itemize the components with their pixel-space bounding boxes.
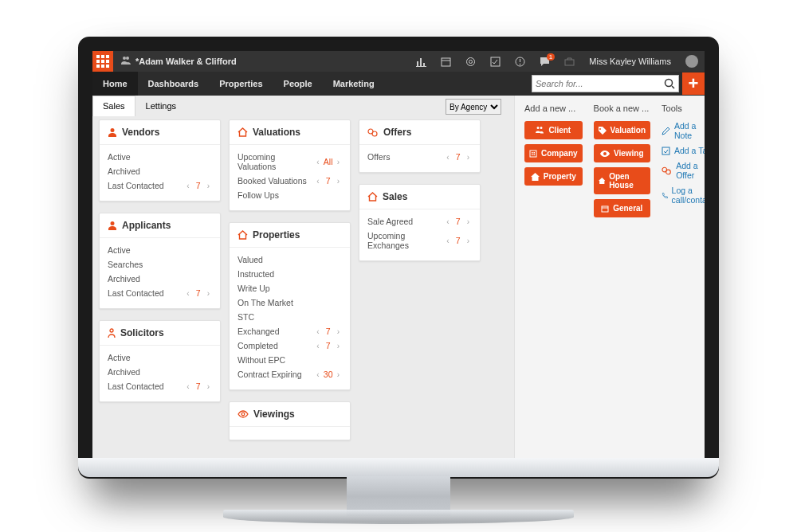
row-item[interactable]: Last Contacted‹7› [108, 379, 212, 393]
svg-rect-15 [530, 151, 536, 157]
svg-rect-17 [534, 152, 536, 154]
username[interactable]: Miss Kayley Williams [589, 57, 671, 66]
btn-viewing[interactable]: Viewing [594, 144, 650, 162]
nav-dashboards[interactable]: Dashboards [138, 72, 210, 96]
row-item[interactable]: Last Contacted‹7› [108, 178, 212, 193]
btn-valuation[interactable]: Valuation [594, 121, 650, 139]
row-item[interactable]: Active [108, 150, 212, 164]
btn-open-house[interactable]: Open House [594, 167, 650, 194]
svg-rect-22 [662, 147, 669, 155]
btn-general[interactable]: General [594, 199, 650, 217]
row-item[interactable]: Active [108, 350, 212, 365]
chevron-left-icon[interactable]: ‹ [184, 289, 191, 298]
svg-point-11 [110, 329, 113, 332]
tool-add-a-offer[interactable]: Add a Offer [662, 161, 705, 180]
row-item[interactable]: Archived [108, 164, 212, 178]
chevron-right-icon[interactable]: › [335, 370, 342, 379]
chevron-left-icon[interactable]: ‹ [444, 237, 451, 245]
row-item[interactable]: Exchanged‹7› [238, 324, 342, 338]
search-box[interactable] [532, 75, 679, 92]
btn-company[interactable]: Company [524, 144, 583, 162]
svg-rect-16 [532, 152, 533, 154]
row-item[interactable]: Offers‹7› [367, 150, 472, 164]
alert-icon[interactable] [515, 57, 525, 67]
svg-point-3 [469, 60, 473, 63]
btn-property[interactable]: Property [524, 167, 583, 186]
row-item[interactable]: On The Market [238, 295, 342, 310]
app-logo[interactable] [92, 51, 113, 72]
svg-rect-19 [534, 154, 536, 155]
svg-point-2 [467, 57, 475, 65]
svg-point-24 [666, 170, 671, 174]
tool-add-a-task[interactable]: Add a Task [662, 146, 705, 155]
target-icon[interactable] [465, 57, 476, 67]
btn-client[interactable]: Client [524, 121, 583, 139]
row-item[interactable]: Upcoming Exchanges‹7› [367, 229, 472, 252]
svg-point-12 [241, 413, 245, 416]
tab-lettings[interactable]: Lettings [135, 96, 187, 116]
calendar-icon[interactable] [441, 57, 451, 67]
chevron-left-icon[interactable]: ‹ [444, 153, 451, 162]
row-item[interactable]: Sale Agreed‹7› [367, 214, 472, 229]
tool-add-a-note[interactable]: Add a Note [662, 121, 705, 140]
chevron-right-icon[interactable]: › [465, 217, 472, 226]
row-item[interactable]: Archived [108, 272, 212, 286]
chevron-right-icon[interactable]: › [465, 153, 472, 162]
tool-log-a-call-contact[interactable]: Log a call/contact [662, 186, 705, 205]
nav-people[interactable]: People [273, 72, 323, 96]
chevron-right-icon[interactable]: › [335, 342, 342, 350]
chevron-right-icon[interactable]: › [205, 289, 212, 298]
chevron-left-icon[interactable]: ‹ [314, 327, 321, 336]
row-item[interactable]: Upcoming Valuations‹All› [238, 150, 342, 174]
side-panel: Add a new ... Client Company Property Bo… [514, 96, 705, 461]
chevron-right-icon[interactable]: › [205, 182, 212, 190]
row-item[interactable]: Searches [108, 257, 212, 272]
card-solicitors: SolicitorsActiveArchivedLast Contacted‹7… [99, 320, 221, 402]
chevron-left-icon[interactable]: ‹ [314, 158, 321, 166]
nav-home[interactable]: Home [92, 72, 138, 96]
notif-badge: 1 [547, 53, 555, 61]
nav-marketing[interactable]: Marketing [323, 72, 385, 96]
chevron-left-icon[interactable]: ‹ [184, 382, 191, 391]
chevron-left-icon[interactable]: ‹ [184, 182, 191, 190]
nav-properties[interactable]: Properties [209, 72, 273, 96]
row-item[interactable]: Write Up [238, 281, 342, 295]
row-item[interactable]: Contract Expiring‹30› [238, 367, 342, 381]
filter-select[interactable]: By Agency [446, 99, 501, 115]
row-item[interactable]: Valued [238, 252, 342, 267]
chat-icon[interactable]: 1 [540, 57, 550, 67]
row-item[interactable]: Instructed [238, 267, 342, 281]
search-input[interactable] [536, 79, 664, 88]
svg-rect-20 [602, 206, 608, 212]
briefcase-icon[interactable] [564, 57, 575, 67]
chevron-right-icon[interactable]: › [335, 327, 342, 336]
tasks-icon[interactable] [490, 57, 501, 67]
company-title: *Adam Walker & Clifford [135, 57, 237, 66]
row-item[interactable]: Follow Ups [238, 188, 342, 202]
svg-rect-8 [565, 60, 574, 65]
tab-sales[interactable]: Sales [92, 96, 135, 116]
add-button[interactable]: + [682, 72, 705, 95]
row-item[interactable]: STC [238, 310, 342, 324]
chevron-left-icon[interactable]: ‹ [314, 342, 321, 350]
tools-header: Tools [662, 104, 705, 113]
chevron-right-icon[interactable]: › [465, 237, 472, 245]
row-item[interactable]: Booked Valuations‹7› [238, 174, 342, 188]
row-item[interactable]: Last Contacted‹7› [108, 286, 212, 300]
chevron-left-icon[interactable]: ‹ [314, 177, 321, 186]
row-item[interactable]: Completed‹7› [238, 338, 342, 353]
avatar[interactable] [685, 55, 698, 68]
row-item[interactable]: Without EPC [238, 353, 342, 367]
chevron-left-icon[interactable]: ‹ [314, 370, 321, 379]
card-vendors: VendorsActiveArchivedLast Contacted‹7› [99, 119, 221, 201]
chevron-right-icon[interactable]: › [335, 177, 342, 186]
chevron-right-icon[interactable]: › [335, 158, 342, 166]
row-item[interactable]: Active [108, 243, 212, 257]
card-valuations: ValuationsUpcoming Valuations‹All›Booked… [229, 119, 351, 211]
svg-line-10 [672, 86, 674, 88]
report-icon[interactable] [416, 57, 426, 67]
svg-rect-18 [532, 154, 533, 155]
chevron-left-icon[interactable]: ‹ [444, 217, 451, 226]
chevron-right-icon[interactable]: › [205, 382, 212, 391]
row-item[interactable]: Archived [108, 365, 212, 379]
